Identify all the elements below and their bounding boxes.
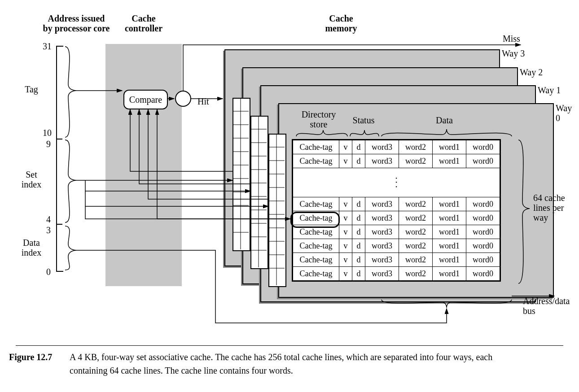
label-way-3: Way 3 — [502, 48, 525, 58]
figure-text: A 4 KB, four-way set associative cache. … — [70, 350, 527, 377]
bit-10: 10 — [43, 128, 52, 138]
hit-encoder-circle — [175, 91, 191, 107]
strip-way1 — [268, 134, 286, 287]
caption-separator — [16, 345, 563, 346]
label-tag: Tag — [18, 84, 45, 94]
bit-4: 4 — [46, 214, 51, 224]
table-row: Cache-tagvdword3word2word1word0 — [293, 154, 500, 168]
table-row: Cache-tagvdword3word2word1word0 — [293, 267, 500, 281]
label-set-index: Set index — [18, 170, 45, 189]
compare-block: Compare — [123, 90, 168, 109]
bit-31: 31 — [43, 41, 52, 51]
strip-way2 — [250, 116, 268, 269]
label-way-2: Way 2 — [520, 67, 543, 77]
label-address-data-bus: Address/data bus — [523, 296, 570, 316]
bit-3: 3 — [46, 225, 51, 235]
table-row-selected: Cache-tagvdword3word2word1word0 — [293, 211, 500, 225]
address-register — [56, 46, 63, 272]
colgroup-status: Status — [348, 115, 379, 125]
label-data-index: Data index — [18, 238, 45, 257]
strip-way3 — [232, 98, 250, 251]
label-way-0: Way 0 — [556, 103, 572, 123]
label-64-lines: 64 cache lines per way — [533, 193, 565, 222]
label-way-1: Way 1 — [538, 85, 561, 95]
cache-controller-block — [105, 44, 182, 286]
header-memory: Cache memory — [305, 13, 377, 33]
figure-caption: Figure 12.7 A 4 KB, four-way set associa… — [9, 350, 548, 377]
cache-diagram: Address issued by processor core Cache c… — [9, 9, 570, 341]
table-row: Cache-tagvdword3word2word1word0 — [293, 197, 500, 211]
header-controller: Cache controller — [119, 13, 168, 33]
label-miss: Miss — [503, 34, 520, 44]
table-row: Cache-tagvdword3word2word1word0 — [293, 140, 500, 154]
bit-0: 0 — [46, 267, 51, 277]
bit-9: 9 — [46, 139, 51, 149]
figure-number: Figure 12.7 — [9, 350, 67, 364]
table-ellipsis: ●●● — [293, 168, 500, 197]
table-row: Cache-tagvdword3word2word1word0 — [293, 239, 500, 253]
way0-table: Cache-tagvdword3word2word1word0 Cache-ta… — [292, 139, 501, 282]
colgroup-directory: Directory store — [292, 109, 346, 129]
table-row: Cache-tagvdword3word2word1word0 — [293, 225, 500, 239]
header-address: Address issued by processor core — [31, 13, 121, 33]
label-hit: Hit — [197, 96, 209, 106]
colgroup-data: Data — [417, 115, 471, 125]
table-row: Cache-tagvdword3word2word1word0 — [293, 253, 500, 267]
